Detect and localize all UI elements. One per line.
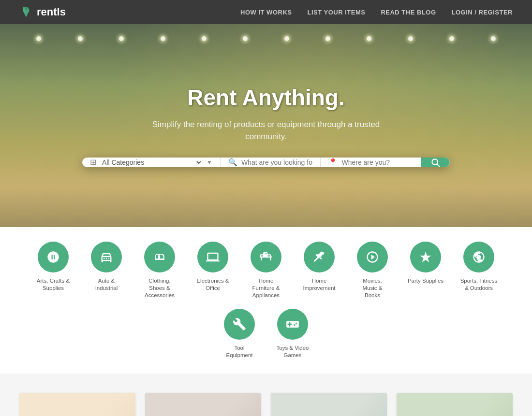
hero-content: Rent Anything. Simplify the renting of p… [145,85,387,143]
light-bulb [325,36,330,41]
hero-lights [0,24,532,63]
category-icon-auto-industrial [91,242,122,273]
products-section: 👗Badgley Mischka - Award Winner Gown$65/… [0,373,532,416]
hero-section: Rent Anything. Simplify the renting of p… [0,24,532,227]
category-icon-arts-crafts [38,242,69,273]
nav-link-login-register[interactable]: LOGIN / REGISTER [452,9,513,16]
hero-title: Rent Anything. [145,85,387,111]
product-image-p1: 👗 [19,393,135,416]
light-bulb [119,36,124,41]
category-icon-sports-fitness [463,242,494,273]
category-icon-clothing [144,242,175,273]
navbar: rentls HOW IT WORKSLIST YOUR ITEMSREAD T… [0,0,532,24]
category-item-auto-industrial[interactable]: Auto &Industrial [85,242,128,292]
light-bulb [78,36,83,41]
search-what-input[interactable] [241,158,313,166]
brand-logo[interactable]: rentls [19,5,66,19]
product-image-p2: 🎮 [145,393,261,416]
location-icon: 📍 [328,158,338,167]
hero-subtitle: Simplify the renting of products or equi… [145,118,387,143]
light-bulb [408,36,413,41]
categories-row: Arts, Crafts &SuppliesAuto &IndustrialCl… [19,242,513,359]
category-icon-home-improvement [304,242,335,273]
search-button[interactable] [421,158,450,167]
search-category-selector[interactable]: ⊞ All CategoriesArts, Crafts & SuppliesA… [82,158,221,167]
category-item-party-supplies[interactable]: Party Supplies [404,242,447,285]
light-bulb [243,36,248,41]
category-item-movies-music[interactable]: Movies,Music &Books [351,242,394,299]
category-label-auto-industrial: Auto &Industrial [95,277,118,292]
light-bulb [449,36,454,41]
light-bulb [367,36,371,41]
brand-name: rentls [37,6,66,18]
category-label-home-improvement: HomeImprovement [303,277,335,292]
category-icon-home-furniture [251,242,281,273]
category-icon-toys-games [277,309,308,340]
category-item-electronics[interactable]: Electronics &Office [191,242,235,292]
category-label-movies-music: Movies,Music &Books [363,277,383,299]
product-card-p2[interactable]: 🎮Black Nintendo Switch$20/day [145,393,261,416]
nav-link-read-the-blog[interactable]: READ THE BLOG [381,9,436,16]
category-label-tool-equipment: ToolEquipment [226,344,253,359]
category-icon-movies-music [357,242,388,273]
search-bar: ⊞ All CategoriesArts, Crafts & SuppliesA… [82,158,450,167]
category-dropdown[interactable]: All CategoriesArts, Crafts & SuppliesAut… [100,158,203,167]
category-item-home-improvement[interactable]: HomeImprovement [297,242,341,292]
category-label-sports-fitness: Sports, Fitness& Outdoors [460,277,498,292]
nav-link-list-your-items[interactable]: LIST YOUR ITEMS [307,9,365,16]
light-bulb [36,36,41,41]
light-bulb [161,36,165,41]
search-what-field: 🔍 [221,158,321,167]
category-label-arts-crafts: Arts, Crafts &Supplies [37,277,70,292]
search-where-input[interactable] [341,158,413,166]
categories-section: Arts, Crafts &SuppliesAuto &IndustrialCl… [0,227,532,373]
light-bulb [491,36,496,41]
products-grid: 👗Badgley Mischka - Award Winner Gown$65/… [19,393,513,416]
chevron-down-icon: ▼ [207,159,212,166]
product-card-p1[interactable]: 👗Badgley Mischka - Award Winner Gown$65/… [19,393,135,416]
product-image-p4: 💪 [397,393,513,416]
category-item-sports-fitness[interactable]: Sports, Fitness& Outdoors [457,242,501,292]
svg-line-4 [437,164,440,166]
grid-icon: ⊞ [90,158,96,167]
category-label-home-furniture: HomeFurniture &Appliances [252,277,280,299]
category-label-party-supplies: Party Supplies [408,277,443,285]
nav-link-how-it-works[interactable]: HOW IT WORKS [240,9,292,16]
product-card-p4[interactable]: 💪70lb Darth Vader Kettlebell$5/day [397,393,513,416]
category-item-toys-games[interactable]: Toys & VideoGames [271,309,314,359]
category-item-home-furniture[interactable]: HomeFurniture &Appliances [244,242,288,299]
search-icon: 🔍 [228,158,237,167]
category-label-clothing: Clothing,Shoes &Accessories [145,277,175,299]
category-icon-tool-equipment [224,309,255,340]
product-card-p3[interactable]: 🚁DJI Phantom 3 Standard Quadcopter Drone… [271,393,387,416]
search-submit-icon [430,158,440,167]
category-item-clothing[interactable]: Clothing,Shoes &Accessories [138,242,181,299]
nav-links: HOW IT WORKSLIST YOUR ITEMSREAD THE BLOG… [240,8,513,16]
category-item-arts-crafts[interactable]: Arts, Crafts &Supplies [31,242,75,292]
category-label-electronics: Electronics &Office [196,277,229,292]
product-image-p3: 🚁 [271,393,387,416]
category-label-toys-games: Toys & VideoGames [277,344,309,359]
logo-icon [19,5,33,19]
light-bulb [202,36,207,41]
category-item-tool-equipment[interactable]: ToolEquipment [218,309,261,359]
search-where-field: 📍 [321,158,421,167]
category-icon-party-supplies [410,242,441,273]
category-icon-electronics [197,242,228,273]
light-bulb [284,36,289,41]
